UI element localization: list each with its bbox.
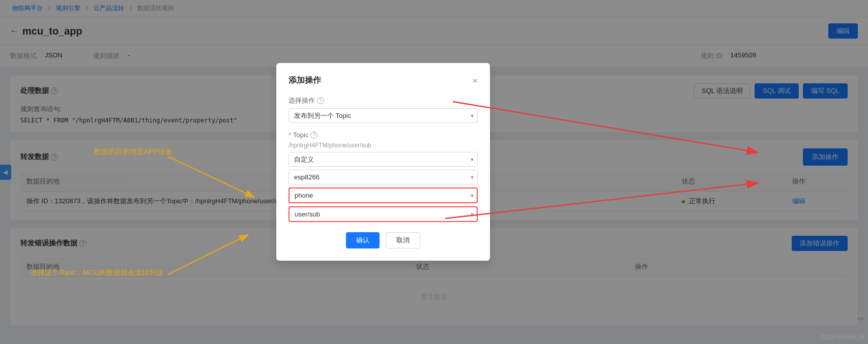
user-sub-select-dropdown[interactable]: user/sub: [288, 206, 478, 222]
custom-select-dropdown[interactable]: 自定义: [288, 152, 478, 167]
select-action-info-icon[interactable]: ?: [317, 97, 324, 104]
select-action-dropdown[interactable]: 发布到另一个 Topic: [288, 108, 478, 123]
svg-line-2: [445, 183, 758, 218]
confirm-button[interactable]: 确认: [346, 232, 380, 248]
right-edit-icon[interactable]: ✏: [857, 314, 864, 324]
device-select-dropdown[interactable]: esp8266: [288, 170, 478, 184]
topic-info-icon[interactable]: ?: [310, 132, 317, 139]
modal-overlay: 添加操作 × 选择操作 ? 发布到另一个 Topic ▾ * Topic ?: [0, 0, 868, 344]
device-select-wrapper: esp8266 ▾: [288, 170, 478, 184]
select-action-label: 选择操作 ?: [288, 96, 478, 105]
select-action-field: 选择操作 ? 发布到另一个 Topic ▾: [288, 96, 478, 123]
modal-title: 添加操作: [288, 75, 321, 86]
add-action-modal: 添加操作 × 选择操作 ? 发布到另一个 Topic ▾ * Topic ?: [276, 63, 490, 261]
phone-select-wrapper: phone ▾: [288, 187, 478, 203]
watermark: CSDN @initial_M: [820, 334, 864, 340]
modal-close-button[interactable]: ×: [472, 76, 478, 85]
modal-footer: 确认 取消: [288, 232, 478, 248]
modal-header: 添加操作 ×: [288, 75, 478, 86]
topic-selects-group: 自定义 ▾ esp8266 ▾ phone ▾: [288, 152, 478, 222]
topic-field: * Topic ? /hpnlrgH4FTM/phone/user/sub 自定…: [288, 131, 478, 222]
phone-select-dropdown[interactable]: phone: [288, 187, 478, 203]
topic-label: * Topic ?: [288, 131, 478, 139]
cancel-button[interactable]: 取消: [386, 232, 420, 248]
svg-line-1: [453, 102, 758, 152]
user-sub-select-wrapper: user/sub ▾: [288, 206, 478, 222]
custom-select-wrapper: 自定义 ▾: [288, 152, 478, 167]
topic-hint: /hpnlrgH4FTM/phone/user/sub: [288, 142, 478, 149]
select-action-wrapper: 发布到另一个 Topic ▾: [288, 108, 478, 123]
